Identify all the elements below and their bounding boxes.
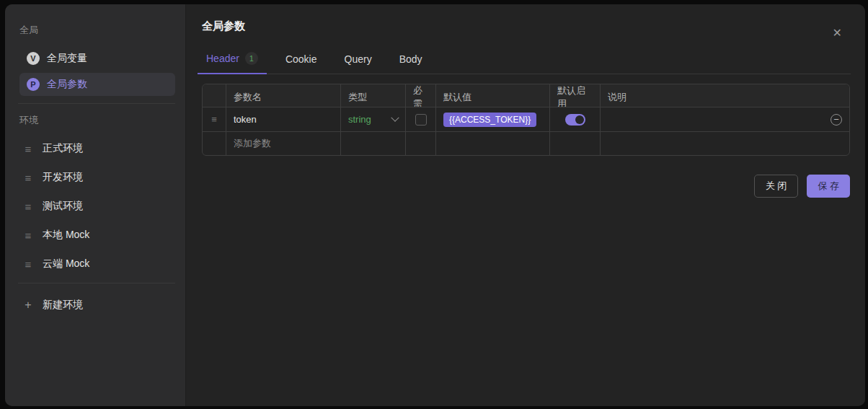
chevron-down-icon	[391, 113, 399, 121]
param-type-select[interactable]: string	[341, 107, 406, 131]
tab-cookie[interactable]: Cookie	[281, 53, 322, 74]
empty-cell	[550, 132, 601, 155]
global-settings-dialog: 全局 V 全局变量 P 全局参数 环境 ≡ 正式环境 ≡ 开发环境 ≡ 测试环境…	[5, 4, 865, 406]
sidebar-item-env-development[interactable]: ≡ 开发环境	[19, 166, 175, 189]
table-row: ≡ token string {{ACCESS_TOKEN}} −	[203, 107, 849, 132]
param-name-field[interactable]: token	[226, 107, 341, 131]
env-item-label: 云端 Mock	[43, 258, 89, 271]
footer-buttons: 关 闭 保 存	[202, 175, 850, 198]
parameters-table: 参数名 类型 必需 默认值 默认启用 说明 ≡ token string {{A…	[202, 84, 850, 156]
env-item-label: 开发环境	[43, 171, 83, 184]
param-type-value: string	[348, 114, 392, 125]
sidebar-item-label: 全局参数	[47, 78, 87, 91]
empty-cell	[436, 132, 550, 155]
header-description: 说明	[601, 84, 849, 107]
env-item-label: 正式环境	[43, 142, 83, 155]
sidebar-item-new-environment[interactable]: + 新建环境	[19, 294, 175, 317]
close-icon[interactable]: ✕	[833, 26, 842, 40]
header-type: 类型	[341, 84, 406, 107]
add-parameter-placeholder[interactable]: 添加参数	[226, 132, 341, 155]
main-panel: 全局参数 ✕ Header 1 Cookie Query Body 参数名 类型…	[186, 4, 865, 406]
page-title: 全局参数	[202, 19, 851, 33]
header-enabled: 默认启用	[550, 84, 601, 107]
sidebar-item-global-variables[interactable]: V 全局变量	[19, 47, 175, 70]
new-env-label: 新建环境	[43, 299, 83, 312]
required-checkbox[interactable]	[415, 114, 427, 126]
empty-cell	[601, 132, 849, 155]
v-circle-icon: V	[27, 52, 40, 65]
add-parameter-row[interactable]: 添加参数	[203, 132, 849, 155]
save-button[interactable]: 保 存	[807, 175, 850, 198]
drag-handle-icon[interactable]: ≡	[22, 201, 34, 213]
enabled-cell	[550, 107, 601, 131]
drag-handle-icon[interactable]: ≡	[22, 229, 34, 242]
plus-icon: +	[22, 299, 34, 312]
add-drag-col	[203, 132, 226, 155]
empty-cell	[341, 132, 406, 155]
sidebar: 全局 V 全局变量 P 全局参数 环境 ≡ 正式环境 ≡ 开发环境 ≡ 测试环境…	[5, 4, 186, 406]
table-header-row: 参数名 类型 必需 默认值 默认启用 说明	[203, 84, 849, 107]
header-default: 默认值	[436, 84, 550, 107]
tab-bar: Header 1 Cookie Query Body	[202, 50, 851, 74]
default-value-cell[interactable]: {{ACCESS_TOKEN}}	[436, 107, 550, 131]
variable-badge[interactable]: {{ACCESS_TOKEN}}	[443, 113, 536, 127]
close-button[interactable]: 关 闭	[754, 175, 799, 198]
tab-label: Query	[345, 53, 372, 65]
remove-row-icon[interactable]: −	[831, 114, 842, 126]
section-label-environment: 环境	[19, 114, 175, 127]
header-required: 必需	[406, 84, 436, 107]
env-item-label: 测试环境	[43, 200, 83, 213]
sidebar-item-label: 全局变量	[47, 52, 87, 65]
required-cell	[406, 107, 436, 131]
sidebar-divider	[18, 283, 175, 283]
section-label-global: 全局	[19, 24, 175, 37]
env-item-label: 本地 Mock	[43, 229, 89, 242]
tab-body[interactable]: Body	[395, 53, 427, 74]
sidebar-divider	[18, 103, 175, 104]
enabled-toggle[interactable]	[565, 114, 585, 126]
p-circle-icon: P	[27, 78, 40, 91]
tab-label: Body	[399, 53, 422, 65]
tab-label: Cookie	[285, 53, 317, 65]
drag-handle-icon[interactable]: ≡	[22, 143, 34, 155]
sidebar-item-env-testing[interactable]: ≡ 测试环境	[19, 195, 175, 218]
header-name: 参数名	[226, 84, 341, 107]
tab-query[interactable]: Query	[340, 53, 376, 74]
drag-handle-icon[interactable]: ≡	[22, 258, 34, 271]
header-drag-col	[203, 84, 226, 107]
row-drag-handle-icon[interactable]: ≡	[203, 107, 226, 131]
sidebar-item-env-cloud-mock[interactable]: ≡ 云端 Mock	[19, 252, 175, 276]
toggle-knob	[575, 115, 584, 124]
drag-handle-icon[interactable]: ≡	[22, 172, 34, 184]
tab-label: Header	[206, 53, 239, 64]
sidebar-item-env-production[interactable]: ≡ 正式环境	[19, 137, 175, 160]
sidebar-item-env-local-mock[interactable]: ≡ 本地 Mock	[19, 224, 175, 247]
tab-header[interactable]: Header 1	[202, 52, 262, 74]
sidebar-item-global-parameters[interactable]: P 全局参数	[19, 73, 175, 96]
description-cell[interactable]: −	[601, 107, 849, 131]
tab-header-count-badge: 1	[245, 52, 258, 65]
empty-cell	[406, 132, 436, 155]
